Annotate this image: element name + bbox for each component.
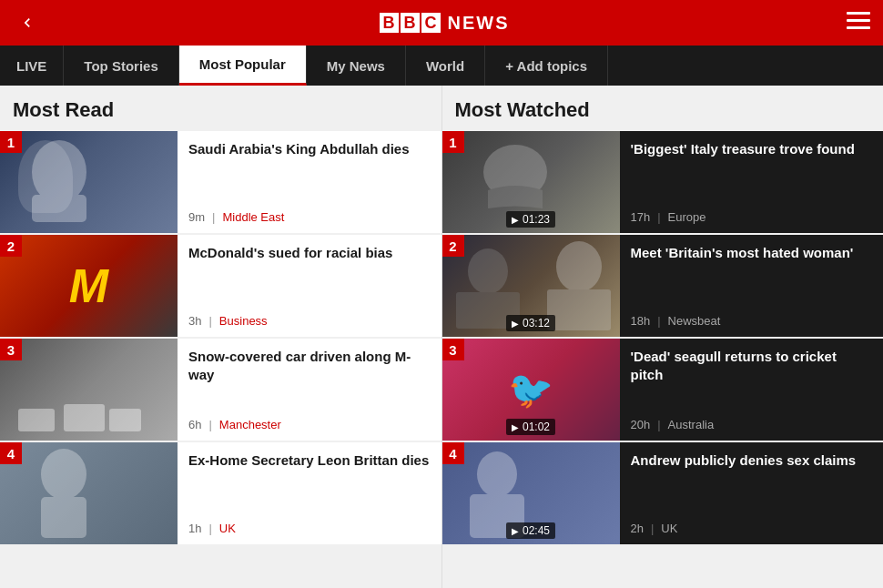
- video-title-1: 'Biggest' Italy treasure trove found: [631, 140, 873, 158]
- svg-rect-14: [547, 289, 611, 330]
- article-title-1: Saudi Arabia's King Abdullah dies: [188, 140, 431, 158]
- most-read-item-2[interactable]: 2 McDonald's sued for racial bias 3h | B…: [0, 235, 442, 337]
- play-icon-1: ▶: [512, 215, 519, 225]
- video-duration-3: ▶ 01:02: [506, 419, 555, 435]
- divider-2: |: [208, 314, 211, 328]
- article-time-2: 3h: [188, 314, 201, 328]
- app-header: B B C NEWS: [0, 0, 883, 46]
- video-duration-2: ▶ 03:12: [506, 315, 555, 331]
- video-meta-2: 18h | Newsbeat: [631, 314, 873, 328]
- article-info-1: Saudi Arabia's King Abdullah dies 9m | M…: [178, 131, 442, 233]
- article-info-4: Ex-Home Secretary Leon Brittan dies 1h |…: [178, 442, 442, 544]
- svg-rect-9: [41, 497, 86, 538]
- article-time-4: 1h: [188, 522, 201, 535]
- play-icon-3: ▶: [512, 422, 519, 432]
- article-category-3: Manchester: [219, 418, 281, 431]
- svg-rect-1: [847, 19, 870, 22]
- article-info-2: McDonald's sued for racial bias 3h | Bus…: [178, 235, 442, 337]
- menu-button[interactable]: [847, 12, 870, 34]
- video-thumbnail-1: 1 ▶ 01:23: [442, 131, 620, 233]
- video-rank-3: 3: [442, 339, 464, 360]
- video-title-3: 'Dead' seagull returns to cricket pitch: [631, 348, 873, 385]
- video-time-3: 20h: [631, 418, 651, 431]
- video-rank-1: 1: [442, 131, 464, 153]
- svg-point-3: [32, 140, 86, 204]
- rank-badge-3: 3: [0, 339, 22, 360]
- bbc-box-c: C: [421, 13, 441, 33]
- rank-badge-4: 4: [0, 442, 22, 464]
- thumbnail-2: 2: [0, 235, 178, 337]
- article-category-4: UK: [219, 522, 236, 535]
- video-title-2: Meet 'Britain's most hated woman': [631, 244, 873, 262]
- main-content: Most Read 1 Saudi Arabia's King Abdullah…: [0, 86, 883, 588]
- video-divider-3: |: [657, 418, 660, 431]
- rank-badge-2: 2: [0, 235, 22, 257]
- thumbnail-1: 1: [0, 131, 178, 233]
- most-watched-item-2[interactable]: 2 ▶ 03:12 Meet 'Britain's most hated wom…: [442, 235, 884, 337]
- video-thumbnail-2: 2 ▶ 03:12: [442, 235, 620, 337]
- svg-rect-0: [847, 12, 870, 15]
- svg-point-8: [41, 449, 86, 500]
- thumbnail-3: 3: [0, 339, 178, 441]
- article-title-4: Ex-Home Secretary Leon Brittan dies: [188, 451, 431, 470]
- most-read-column: Most Read 1 Saudi Arabia's King Abdullah…: [0, 86, 442, 588]
- tab-world[interactable]: World: [406, 46, 485, 86]
- most-watched-item-1[interactable]: 1 ▶ 01:23 'Biggest' Italy treasure trove…: [442, 131, 884, 233]
- video-time-1: 17h: [631, 210, 651, 224]
- svg-rect-5: [18, 409, 55, 431]
- video-meta-3: 20h | Australia: [631, 418, 873, 431]
- back-button[interactable]: [13, 8, 42, 37]
- tab-live[interactable]: LIVE: [0, 46, 64, 86]
- svg-point-13: [556, 241, 602, 292]
- video-info-3: 'Dead' seagull returns to cricket pitch …: [620, 339, 884, 441]
- svg-rect-4: [32, 195, 86, 222]
- article-meta-1: 9m | Middle East: [188, 210, 431, 224]
- video-divider-4: |: [651, 522, 654, 535]
- video-meta-4: 2h | UK: [631, 522, 873, 535]
- svg-rect-7: [109, 409, 141, 431]
- tab-top-stories[interactable]: Top Stories: [64, 46, 178, 86]
- svg-point-11: [468, 248, 508, 294]
- video-time-4: 2h: [631, 522, 644, 535]
- rank-badge-1: 1: [0, 131, 22, 153]
- video-category-2: Newsbeat: [668, 314, 721, 328]
- article-meta-4: 1h | UK: [188, 522, 431, 535]
- article-time-1: 9m: [188, 210, 205, 224]
- video-divider-2: |: [657, 314, 660, 328]
- video-title-4: Andrew publicly denies sex claims: [631, 451, 873, 470]
- play-icon-2: ▶: [512, 319, 519, 329]
- most-watched-item-3[interactable]: 3 🐦 ▶ 01:02 'Dead' seagull returns to cr…: [442, 339, 884, 441]
- divider-1: |: [212, 210, 215, 224]
- svg-rect-6: [64, 404, 105, 431]
- video-duration-1: ▶ 01:23: [506, 211, 555, 228]
- video-info-2: Meet 'Britain's most hated woman' 18h | …: [620, 235, 884, 337]
- tab-add-topics[interactable]: + Add topics: [485, 46, 608, 86]
- article-category-1: Middle East: [222, 210, 284, 224]
- most-watched-item-4[interactable]: 4 ▶ 02:45 Andrew publicly denies sex cla…: [442, 442, 884, 544]
- bbc-box-b: B: [380, 13, 399, 33]
- video-rank-4: 4: [442, 442, 464, 464]
- tab-my-news[interactable]: My News: [307, 46, 406, 86]
- video-duration-4: ▶ 02:45: [506, 522, 555, 539]
- bbc-logo: B B C NEWS: [380, 13, 510, 34]
- thumbnail-4: 4: [0, 442, 178, 544]
- divider-4: |: [208, 522, 211, 535]
- bbc-news-label: NEWS: [448, 13, 510, 34]
- nav-tabs: LIVE Top Stories Most Popular My News Wo…: [0, 46, 883, 86]
- most-watched-title: Most Watched: [442, 86, 884, 131]
- video-category-3: Australia: [668, 418, 715, 431]
- video-category-4: UK: [661, 522, 677, 535]
- most-read-item-3[interactable]: 3 Snow-covered car driven along M-way 6h…: [0, 339, 442, 441]
- divider-3: |: [208, 418, 211, 431]
- tab-most-popular[interactable]: Most Popular: [179, 46, 307, 86]
- bbc-box-b2: B: [401, 13, 420, 33]
- article-title-2: McDonald's sued for racial bias: [188, 244, 431, 262]
- play-icon-4: ▶: [512, 526, 519, 536]
- svg-rect-2: [847, 26, 870, 29]
- article-meta-2: 3h | Business: [188, 314, 431, 328]
- most-read-item-1[interactable]: 1 Saudi Arabia's King Abdullah dies 9m |…: [0, 131, 442, 233]
- video-info-1: 'Biggest' Italy treasure trove found 17h…: [620, 131, 884, 233]
- most-read-item-4[interactable]: 4 Ex-Home Secretary Leon Brittan dies 1h…: [0, 442, 442, 544]
- article-category-2: Business: [219, 314, 268, 328]
- video-rank-2: 2: [442, 235, 464, 257]
